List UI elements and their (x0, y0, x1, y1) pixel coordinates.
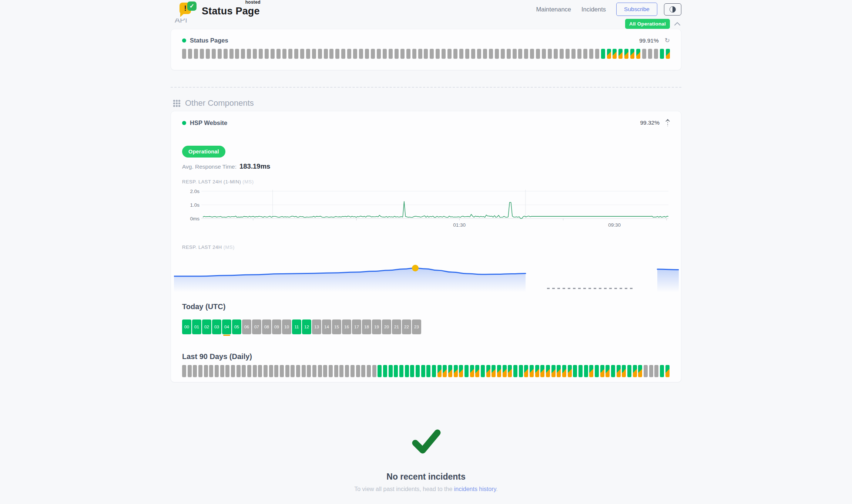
uptime-bar-segment[interactable] (372, 365, 376, 377)
uptime-bar-segment[interactable] (282, 49, 286, 59)
uptime-bar-segment[interactable] (483, 49, 487, 59)
hour-block-06[interactable]: 06 (242, 319, 251, 334)
uptime-bar-segment[interactable] (356, 365, 360, 377)
uptime-bar-segment[interactable] (394, 365, 398, 377)
theme-toggle-button[interactable] (664, 3, 681, 16)
uptime-bar-segment[interactable] (613, 49, 617, 59)
uptime-bar-segment[interactable] (665, 365, 670, 377)
uptime-bar-segment[interactable] (442, 49, 446, 59)
uptime-bar-segment[interactable] (595, 365, 599, 377)
uptime-bar-segment[interactable] (378, 365, 382, 377)
uptime-bar-segment[interactable] (264, 365, 268, 377)
uptime-bar-segment[interactable] (649, 365, 653, 377)
uptime-bar-segment[interactable] (274, 365, 278, 377)
uptime-bar-segment[interactable] (557, 365, 561, 377)
uptime-bar-segment[interactable] (551, 365, 556, 377)
uptime-bar-segment[interactable] (636, 49, 640, 59)
hour-block-11[interactable]: 11 (292, 319, 301, 334)
uptime-bar-segment[interactable] (486, 365, 490, 377)
uptime-bar-segment[interactable] (660, 49, 664, 59)
uptime-bar-segment[interactable] (424, 49, 428, 59)
nav-maintenance[interactable]: Maintenance (536, 6, 571, 13)
uptime-bar-segment[interactable] (426, 365, 430, 377)
uptime-bar-segment[interactable] (513, 365, 517, 377)
uptime-bar-segment[interactable] (341, 49, 345, 59)
uptime-bar-segment[interactable] (288, 49, 292, 59)
hour-block-03[interactable]: 03 (212, 319, 221, 334)
uptime-bar-segment[interactable] (406, 49, 410, 59)
hour-block-01[interactable]: 01 (192, 319, 201, 334)
uptime-bar-segment[interactable] (622, 365, 626, 377)
hour-block-19[interactable]: 19 (372, 319, 381, 334)
uptime-bar-segment[interactable] (437, 365, 442, 377)
uptime-bar-segment[interactable] (218, 49, 222, 59)
uptime-bar-segment[interactable] (389, 365, 393, 377)
uptime-bar-segment[interactable] (518, 49, 522, 59)
uptime-bar-segment[interactable] (568, 365, 572, 377)
uptime-bar-segment[interactable] (182, 365, 186, 377)
uptime-bar-segment[interactable] (247, 365, 251, 377)
uptime-bar-segment[interactable] (617, 365, 621, 377)
uptime-bar-segment[interactable] (345, 365, 349, 377)
uptime-bar-segment[interactable] (347, 49, 351, 59)
uptime-bar-segment[interactable] (459, 49, 463, 59)
hour-block-20[interactable]: 20 (382, 319, 391, 334)
uptime-bar-segment[interactable] (459, 365, 463, 377)
uptime-bar-segment[interactable] (465, 49, 469, 59)
hour-block-09[interactable]: 09 (272, 319, 281, 334)
uptime-bar-segment[interactable] (560, 49, 564, 59)
hour-block-21[interactable]: 21 (392, 319, 401, 334)
hour-block-16[interactable]: 16 (342, 319, 351, 334)
logo[interactable]: ! ✓ hosted Status Page (180, 1, 260, 17)
uptime-bar-segment[interactable] (648, 49, 652, 59)
component-row[interactable]: HSP Website 99.32% (182, 111, 670, 126)
uptime-bar-segment[interactable] (638, 365, 642, 377)
uptime-bar-segment[interactable] (253, 49, 257, 59)
component-row[interactable]: Status Pages 99.91% ↻ (182, 29, 670, 44)
hour-block-18[interactable]: 18 (362, 319, 371, 334)
uptime-bar-segment[interactable] (535, 365, 539, 377)
uptime-bar-segment[interactable] (235, 49, 239, 59)
uptime-bar-segment[interactable] (247, 49, 251, 59)
uptime-bar-segment[interactable] (418, 49, 422, 59)
hour-block-13[interactable]: 13 (312, 319, 321, 334)
uptime-bar-segment[interactable] (492, 365, 496, 377)
uptime-bar-segment[interactable] (606, 365, 610, 377)
uptime-bar-segment[interactable] (188, 49, 192, 59)
uptime-bar-segment[interactable] (573, 365, 577, 377)
uptime-bar-segment[interactable] (365, 49, 369, 59)
uptime-bar-segment[interactable] (454, 365, 458, 377)
uptime-bar-segment[interactable] (258, 365, 262, 377)
uptime-bar-segment[interactable] (276, 49, 281, 59)
uptime-bar-segment[interactable] (666, 49, 670, 59)
uptime-bar-segment[interactable] (209, 365, 213, 377)
uptime-bar-segment[interactable] (430, 49, 434, 59)
uptime-bar-segment[interactable] (280, 365, 284, 377)
uptime-bar-segment[interactable] (335, 49, 339, 59)
uptime-bar-segment[interactable] (447, 49, 452, 59)
uptime-bar-segment[interactable] (530, 49, 534, 59)
uptime-bars[interactable] (182, 49, 670, 59)
uptime-bar-segment[interactable] (453, 49, 457, 59)
hour-block-07[interactable]: 07 (252, 319, 261, 334)
uptime-bar-segment[interactable] (400, 49, 405, 59)
chart-marker-dot[interactable] (412, 265, 419, 271)
uptime-bar-segment[interactable] (618, 49, 623, 59)
nav-incidents[interactable]: Incidents (581, 6, 606, 13)
uptime-bar-segment[interactable] (654, 365, 658, 377)
uptime-bar-segment[interactable] (642, 49, 646, 59)
uptime-bar-segment[interactable] (624, 49, 628, 59)
uptime-bar-segment[interactable] (377, 49, 381, 59)
uptime-bar-segment[interactable] (475, 365, 479, 377)
uptime-bar-segment[interactable] (601, 49, 605, 59)
uptime-bar-segment[interactable] (296, 365, 300, 377)
hour-block-04[interactable]: 04 (222, 319, 231, 334)
uptime-bar-segment[interactable] (285, 365, 289, 377)
uptime-bar-segment[interactable] (241, 49, 245, 59)
uptime-bar-segment[interactable] (660, 365, 664, 377)
uptime-bar-segment[interactable] (259, 49, 263, 59)
uptime-bar-segment[interactable] (571, 49, 576, 59)
uptime-bar-segment[interactable] (265, 49, 269, 59)
uptime-bar-segment[interactable] (329, 365, 333, 377)
uptime-bar-segment[interactable] (312, 365, 316, 377)
